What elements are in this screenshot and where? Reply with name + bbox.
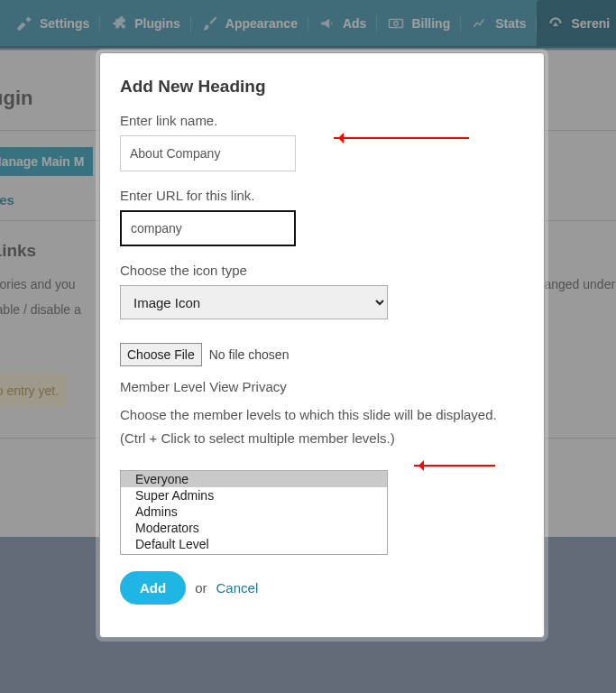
member-level-multiselect[interactable]: Everyone Super Admins Admins Moderators … [120,470,388,555]
url-input[interactable] [120,210,296,246]
level-option[interactable]: Moderators [121,520,387,536]
level-option[interactable]: Default Level [121,536,387,552]
file-status: No file chosen [209,347,290,362]
add-heading-modal: Add New Heading Enter link name. Enter U… [99,52,545,638]
modal-actions: Add or Cancel [120,571,524,605]
icon-type-select[interactable]: Image Icon [120,285,388,319]
link-name-label: Enter link name. [120,113,524,128]
modal-title: Add New Heading [120,77,524,97]
icon-type-label: Choose the icon type [120,263,524,278]
file-chooser-row: Choose File No file chosen [120,343,524,366]
level-option[interactable]: Everyone [121,471,387,487]
annotation-arrow-icon [334,137,469,139]
annotation-arrow-icon [414,465,495,467]
choose-file-button[interactable]: Choose File [120,343,202,366]
privacy-description: Choose the member levels to which this s… [120,403,524,450]
link-name-input[interactable] [120,135,296,171]
add-button[interactable]: Add [120,571,186,605]
level-option[interactable]: Admins [121,504,387,520]
url-label: Enter URL for this link. [120,188,524,203]
privacy-heading: Member Level View Privacy [120,379,524,394]
cancel-link[interactable]: Cancel [216,580,259,596]
or-text: or [195,580,207,596]
level-option[interactable]: Super Admins [121,487,387,504]
